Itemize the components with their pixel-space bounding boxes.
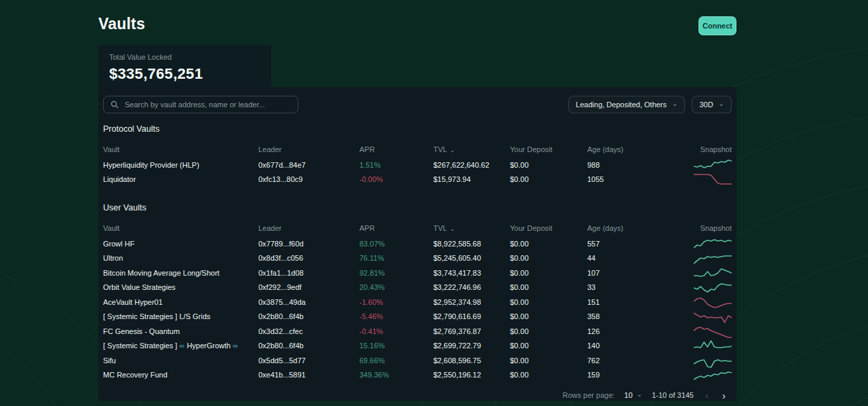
- tvl-value: $267,622,640.62: [433, 161, 510, 169]
- age-value: 107: [587, 269, 673, 277]
- connect-button[interactable]: Connect: [698, 16, 736, 35]
- next-page-icon[interactable]: ›: [720, 390, 728, 401]
- vault-name[interactable]: MC Recovery Fund: [103, 371, 258, 379]
- toolbar: Leading, Deposited, Others ⌄ 30D ⌄: [103, 96, 732, 113]
- protocol-vaults-heading: Protocol Vaults: [103, 124, 732, 134]
- vault-filter-dropdown[interactable]: Leading, Deposited, Others ⌄: [568, 96, 685, 113]
- vault-row[interactable]: Liquidator0xfc13...80c9-0.00%$15,973.94$…: [103, 172, 732, 187]
- chevron-down-icon: ⌄: [719, 100, 724, 107]
- your-deposit-value: $0.00: [510, 161, 587, 169]
- apr-value: -0.41%: [359, 327, 433, 335]
- column-header-leader[interactable]: Leader: [258, 145, 359, 153]
- tvl-value: $3,222,746.96: [433, 283, 510, 291]
- vault-name[interactable]: [ Systemic Strategies ] L/S Grids: [103, 312, 258, 320]
- snapshot-sparkline: [673, 295, 732, 310]
- vault-row[interactable]: Ultron0x8d3f...c05676.11%$5,245,605.40$0…: [103, 251, 732, 266]
- vault-name[interactable]: Ultron: [103, 254, 258, 262]
- apr-value: 15.16%: [359, 342, 433, 350]
- search-input[interactable]: [123, 100, 291, 109]
- column-header-tvl[interactable]: TVL⌄: [433, 145, 510, 153]
- leader-address[interactable]: 0x677d...84e7: [258, 161, 359, 169]
- pagination: Rows per page: 10 ⌄ 1-10 of 3145 ‹ ›: [103, 386, 732, 404]
- vault-row[interactable]: Sifu0x5dd5...5d7769.66%$2,608,596.75$0.0…: [103, 353, 732, 368]
- age-value: 151: [587, 298, 673, 306]
- vault-row[interactable]: FC Genesis - Quantum0x3d32...cfec-0.41%$…: [103, 324, 732, 339]
- rows-per-page-label: Rows per page:: [563, 391, 615, 399]
- vault-name[interactable]: Growl HF: [103, 240, 258, 248]
- leader-address[interactable]: 0xe41b...5891: [258, 371, 359, 379]
- vault-name[interactable]: Hyperliquidity Provider (HLP): [103, 161, 258, 169]
- vault-name[interactable]: FC Genesis - Quantum: [103, 327, 258, 335]
- snapshot-sparkline: [673, 172, 732, 187]
- vault-name[interactable]: AceVault Hyper01: [103, 298, 258, 306]
- your-deposit-value: $0.00: [510, 175, 587, 183]
- rows-per-page-value: 10: [625, 391, 633, 399]
- tvl-value: $335,765,251: [109, 65, 260, 83]
- snapshot-sparkline: [673, 265, 732, 280]
- vault-row[interactable]: [ Systemic Strategies ] ∞ HyperGrowth ∞0…: [103, 339, 732, 354]
- rows-per-page-select[interactable]: 10 ⌄: [625, 391, 643, 399]
- infinity-icon: ∞: [233, 342, 238, 350]
- tvl-value: $5,245,605.40: [433, 254, 510, 262]
- leader-address[interactable]: 0x2b80...6f4b: [258, 342, 359, 350]
- period-dropdown[interactable]: 30D ⌄: [692, 96, 732, 113]
- leader-address[interactable]: 0x2b80...6f4b: [258, 312, 359, 320]
- apr-value: 83.07%: [359, 240, 433, 248]
- tvl-value: $8,922,585.68: [433, 240, 510, 248]
- age-value: 762: [587, 356, 673, 365]
- tvl-value: $2,790,616.69: [433, 312, 510, 320]
- leader-address[interactable]: 0xf292...9edf: [258, 283, 359, 291]
- apr-value: 92.81%: [359, 269, 433, 277]
- vault-row[interactable]: Bitcoin Moving Average Long/Short0x1fa1.…: [103, 265, 732, 280]
- age-value: 126: [587, 327, 673, 335]
- snapshot-sparkline: [673, 338, 732, 353]
- snapshot-sparkline: [673, 367, 732, 382]
- vault-name[interactable]: [ Systemic Strategies ] ∞ HyperGrowth ∞: [103, 342, 258, 350]
- vault-name[interactable]: Liquidator: [103, 175, 258, 183]
- your-deposit-value: $0.00: [510, 356, 587, 365]
- leader-address[interactable]: 0x7789...f60d: [258, 240, 359, 248]
- chevron-down-icon: ⌄: [637, 391, 642, 398]
- vault-name[interactable]: Orbit Value Strategies: [103, 283, 258, 291]
- vault-row[interactable]: MC Recovery Fund0xe41b...5891349.36%$2,5…: [103, 368, 732, 383]
- column-header-your-deposit[interactable]: Your Deposit: [510, 145, 587, 153]
- sort-chevron-down-icon: ⌄: [450, 225, 455, 232]
- vault-name[interactable]: Bitcoin Moving Average Long/Short: [103, 269, 258, 277]
- snapshot-sparkline: [673, 158, 732, 172]
- leader-address[interactable]: 0x3d32...cfec: [258, 327, 359, 335]
- vault-row[interactable]: Orbit Value Strategies0xf292...9edf20.43…: [103, 280, 732, 295]
- leader-address[interactable]: 0xfc13...80c9: [258, 175, 359, 183]
- column-header-apr[interactable]: APR: [359, 145, 433, 153]
- apr-value: 1.51%: [359, 161, 433, 169]
- your-deposit-value: $0.00: [510, 269, 587, 277]
- tvl-label: Total Value Locked: [109, 53, 260, 61]
- column-header-apr[interactable]: APR: [359, 224, 433, 232]
- vault-name[interactable]: Sifu: [103, 356, 258, 365]
- column-header-leader[interactable]: Leader: [258, 224, 359, 232]
- search-box[interactable]: [103, 96, 298, 113]
- column-header-vault[interactable]: Vault: [103, 145, 258, 153]
- age-value: 1055: [587, 175, 673, 183]
- vault-row[interactable]: AceVault Hyper010x3875...49da-1.60%$2,95…: [103, 295, 732, 310]
- user-vaults-table: Growl HF0x7789...f60d83.07%$8,922,585.68…: [103, 236, 732, 382]
- chevron-down-icon: ⌄: [672, 100, 677, 107]
- user-vaults-heading: User Vaults: [103, 203, 732, 213]
- column-header-age-days-[interactable]: Age (days): [587, 145, 673, 153]
- column-header-tvl[interactable]: TVL⌄: [433, 224, 510, 232]
- leader-address[interactable]: 0x5dd5...5d77: [258, 356, 359, 365]
- column-header-vault[interactable]: Vault: [103, 224, 258, 232]
- leader-address[interactable]: 0x3875...49da: [258, 298, 359, 306]
- column-header-age-days-[interactable]: Age (days): [587, 224, 673, 232]
- leader-address[interactable]: 0x1fa1...1d08: [258, 269, 359, 277]
- your-deposit-value: $0.00: [510, 240, 587, 248]
- vault-row[interactable]: Hyperliquidity Provider (HLP)0x677d...84…: [103, 158, 732, 172]
- vault-row[interactable]: [ Systemic Strategies ] L/S Grids0x2b80.…: [103, 310, 732, 325]
- vault-filter-value: Leading, Deposited, Others: [576, 100, 667, 109]
- column-header-your-deposit[interactable]: Your Deposit: [510, 224, 587, 232]
- leader-address[interactable]: 0x8d3f...c056: [258, 254, 359, 262]
- apr-value: -0.00%: [359, 175, 433, 183]
- previous-page-icon[interactable]: ‹: [703, 390, 711, 401]
- vault-row[interactable]: Growl HF0x7789...f60d83.07%$8,922,585.68…: [103, 236, 732, 251]
- column-header-snapshot[interactable]: Snapshot: [673, 224, 732, 232]
- column-header-snapshot[interactable]: Snapshot: [673, 145, 732, 153]
